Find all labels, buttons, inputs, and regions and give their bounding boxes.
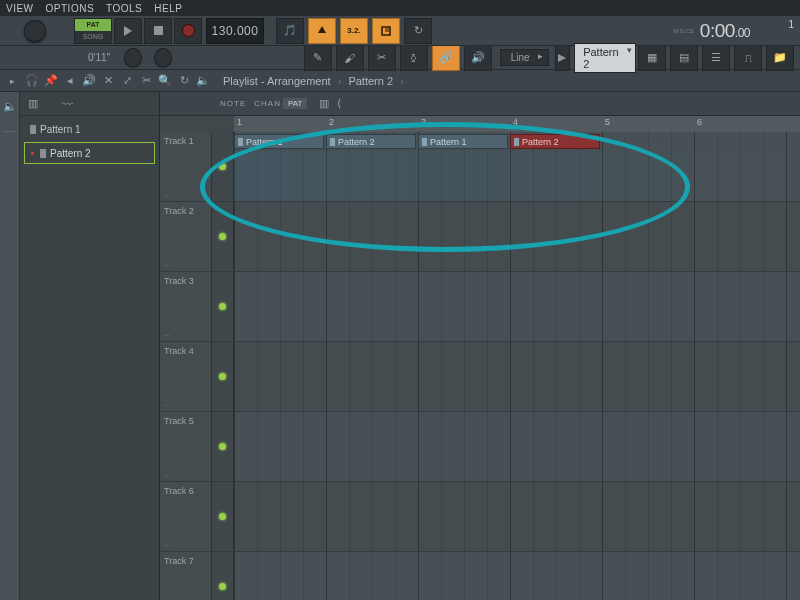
pat-mode[interactable]: PAT xyxy=(75,19,111,31)
tab-note[interactable]: NOTE xyxy=(212,99,246,108)
track-header[interactable]: Track 2… xyxy=(160,202,212,271)
browser-toolbar: ▸ 🎧 📌 ◂ 🔊 ✕ ⤢ ✂ 🔍 ↻ 🔈 Playlist - Arrange… xyxy=(0,70,800,92)
speaker-button[interactable]: 🔊 xyxy=(464,45,492,71)
speaker-icon[interactable]: 🔈 xyxy=(3,100,17,113)
track-mute-button[interactable] xyxy=(212,412,234,481)
track-mute-button[interactable] xyxy=(212,272,234,341)
track-header[interactable]: Track 5… xyxy=(160,412,212,481)
view-channel-button[interactable]: ☰ xyxy=(702,45,730,71)
draw-button[interactable]: ✎ xyxy=(304,45,332,71)
play-button[interactable] xyxy=(114,18,142,44)
clip[interactable]: Pattern 1 xyxy=(418,134,508,149)
pitch-knob[interactable] xyxy=(154,48,172,68)
snap-play-button[interactable] xyxy=(555,45,571,71)
view-mixer-button[interactable]: ⎍ xyxy=(734,45,762,71)
main-volume-knob[interactable] xyxy=(24,20,46,42)
mute-led-icon xyxy=(219,373,226,380)
mute-led-icon xyxy=(219,163,226,170)
track-lane[interactable] xyxy=(234,272,800,341)
pattern-item[interactable]: Pattern 1 xyxy=(24,118,155,140)
clock[interactable]: M:S:CS 0:00.00 xyxy=(673,20,800,42)
timeline-ruler[interactable]: 123456 xyxy=(234,116,800,132)
track-header[interactable]: Track 1… xyxy=(160,132,212,201)
menu-tools[interactable]: TOOLS xyxy=(100,3,148,14)
track: Track 2… xyxy=(160,202,800,272)
breadcrumb-pattern[interactable]: Pattern 2 xyxy=(348,75,393,87)
svg-rect-0 xyxy=(154,26,163,35)
track-lane[interactable]: Pattern 1Pattern 2Pattern 1Pattern 2▸▸▸▸… xyxy=(234,132,800,201)
cut-button[interactable]: ✂ xyxy=(368,45,396,71)
clock-value: 0:00 xyxy=(700,20,735,41)
toolbar-speaker-icon[interactable]: 🔊 xyxy=(80,72,98,90)
loop-button[interactable]: ↻ xyxy=(404,18,432,44)
clip[interactable]: Pattern 2 xyxy=(326,134,416,149)
track-lane[interactable] xyxy=(234,342,800,411)
track: Track 5… xyxy=(160,412,800,482)
toolbar-cross-icon[interactable]: ✕ xyxy=(99,72,117,90)
pat-song-toggle[interactable]: PAT SONG xyxy=(74,18,112,44)
snap-mode[interactable]: Line xyxy=(500,49,549,66)
track-mute-button[interactable] xyxy=(212,202,234,271)
piano-view-icon[interactable]: ▥ xyxy=(319,97,329,110)
clip[interactable]: Pattern 2 xyxy=(510,134,600,149)
song-mode[interactable]: SONG xyxy=(75,31,111,43)
track-lane[interactable] xyxy=(234,412,800,481)
track-mute-button[interactable] xyxy=(212,482,234,551)
toolbar-headphones-icon[interactable]: 🎧 xyxy=(23,72,41,90)
menu-bar[interactable]: VIEW OPTIONS TOOLS HELP xyxy=(0,0,800,16)
pattern-selector[interactable]: Pattern 2 xyxy=(574,43,636,73)
track-header[interactable]: Track 3… xyxy=(160,272,212,341)
wait-button[interactable]: 3.2. xyxy=(340,18,368,44)
track-header[interactable]: Track 7… xyxy=(160,552,212,600)
track-lane[interactable] xyxy=(234,202,800,271)
clip[interactable]: Pattern 1 xyxy=(234,134,324,149)
view-piano-button[interactable]: ▤ xyxy=(670,45,698,71)
toolbar-play-icon[interactable]: ▸ xyxy=(10,76,15,86)
breadcrumb-playlist[interactable]: Playlist - Arrangement xyxy=(223,75,331,87)
stop-button[interactable] xyxy=(144,18,172,44)
pattern-item[interactable]: Pattern 2 xyxy=(24,142,155,164)
ruler-tick: 6 xyxy=(697,117,702,127)
wave-tab-icon[interactable]: 〰 xyxy=(62,98,73,110)
view-playlist-button[interactable]: ▦ xyxy=(638,45,666,71)
toolbar-search-icon[interactable]: 🔍 xyxy=(156,72,174,90)
metronome-button[interactable]: 🎵 xyxy=(276,18,304,44)
tab-chan[interactable]: CHAN xyxy=(246,99,281,108)
pan-knob[interactable] xyxy=(124,48,142,68)
track-header[interactable]: Track 6… xyxy=(160,482,212,551)
track-mute-button[interactable] xyxy=(212,342,234,411)
menu-view[interactable]: VIEW xyxy=(0,3,40,14)
back-nav-icon[interactable]: ⟨ xyxy=(337,97,341,110)
track: Track 1…Pattern 1Pattern 2Pattern 1Patte… xyxy=(160,132,800,202)
toolbar-back-icon[interactable]: ◂ xyxy=(61,72,79,90)
mute-led-icon xyxy=(219,583,226,590)
magnet-button[interactable]: ⧲ xyxy=(400,45,428,71)
toolbar-audio-icon[interactable]: 🔈 xyxy=(194,72,212,90)
toolbar-expand-icon[interactable]: ⤢ xyxy=(118,72,136,90)
track-lane[interactable] xyxy=(234,552,800,600)
track-mute-button[interactable] xyxy=(212,132,234,201)
playlist: NOTE CHAN PAT ▥ ⟨ 123456 Track 1…Pattern… xyxy=(160,92,800,600)
menu-help[interactable]: HELP xyxy=(148,3,188,14)
toolbar-pin-icon[interactable]: 📌 xyxy=(42,72,60,90)
track: Track 6… xyxy=(160,482,800,552)
step-button[interactable] xyxy=(372,18,400,44)
track-header[interactable]: Track 4… xyxy=(160,342,212,411)
toolbar-refresh-icon[interactable]: ↻ xyxy=(175,72,193,90)
tempo-display[interactable]: 130.000 xyxy=(206,18,264,44)
piano-tab-icon[interactable]: ▥ xyxy=(28,97,38,110)
record-button[interactable] xyxy=(174,18,202,44)
ruler-tick: 2 xyxy=(329,117,334,127)
track: Track 3… xyxy=(160,272,800,342)
tab-pat[interactable]: PAT xyxy=(283,98,307,109)
paint-button[interactable]: 🖌 xyxy=(336,45,364,71)
link-button[interactable]: 🔗 xyxy=(432,45,460,71)
left-rail: 🔈 xyxy=(0,92,20,600)
toolbar-cut-icon[interactable]: ✂ xyxy=(137,72,155,90)
menu-options[interactable]: OPTIONS xyxy=(40,3,101,14)
toolbar-row2: 0'11" ✎ 🖌 ✂ ⧲ 🔗 🔊 Line Pattern 2 ▦ ▤ ☰ ⎍… xyxy=(0,46,800,70)
view-browser-button[interactable]: 📁 xyxy=(766,45,794,71)
countdown-button[interactable] xyxy=(308,18,336,44)
track-mute-button[interactable] xyxy=(212,552,234,600)
track-lane[interactable] xyxy=(234,482,800,551)
